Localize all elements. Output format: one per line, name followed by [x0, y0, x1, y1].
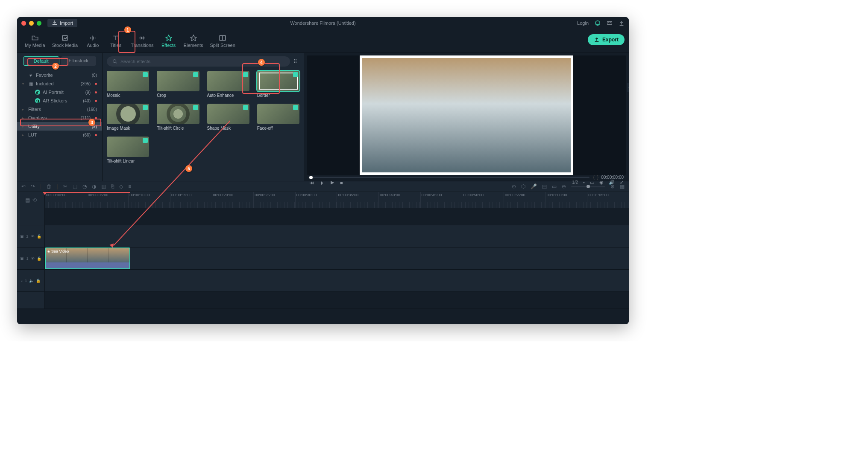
upload-icon[interactable] — [619, 20, 625, 26]
tree-lut[interactable]: ▸LUT(66) — [17, 131, 102, 139]
import-button[interactable]: Import — [47, 19, 77, 27]
effect-auto-enhance[interactable]: Auto Enhance — [207, 71, 249, 98]
window-maximize[interactable] — [37, 21, 41, 26]
track-head-video2[interactable]: ▣2 👁 🔒 — [17, 225, 45, 247]
detach-icon[interactable]: ⎘ — [111, 183, 114, 189]
lock-icon[interactable]: 🔒 — [37, 234, 41, 239]
snap-icon[interactable]: ▭ — [552, 183, 557, 189]
lock-icon[interactable]: 🔒 — [37, 256, 41, 261]
step-back-icon[interactable]: ⏵ — [320, 180, 325, 185]
download-icon — [52, 20, 58, 26]
window-close[interactable] — [21, 21, 26, 26]
timeline-ruler[interactable]: 00:00:00:0000:00:05:0000:00:10:0000:00:1… — [45, 192, 629, 208]
preview-scrubber[interactable] — [309, 177, 589, 178]
my-media-icon — [31, 34, 39, 42]
zoom-out-icon[interactable]: ⊖ — [562, 183, 566, 189]
titles-icon — [112, 34, 120, 42]
tree-ar-stickers[interactable]: ◑AR Stickers(40) — [17, 96, 102, 105]
tab-audio[interactable]: Audio — [81, 34, 104, 48]
tree-overlays[interactable]: ▸Overlays(111) — [17, 114, 102, 122]
login-button[interactable]: Login — [577, 20, 589, 26]
greenscreen-icon[interactable]: ▥ — [101, 183, 106, 189]
playhead[interactable] — [45, 192, 45, 324]
link-icon[interactable]: ⟲ — [32, 197, 37, 203]
effect-crop[interactable]: Crop — [157, 71, 199, 98]
effect-tilt-shift-linear[interactable]: Tilt-shift Linear — [107, 137, 149, 163]
redo-icon[interactable]: ↷ — [31, 183, 35, 189]
undo-icon[interactable]: ↶ — [21, 183, 26, 189]
timeline[interactable]: ▤ ⟲ 00:00:00:0000:00:05:0000:00:10:0000:… — [17, 192, 629, 324]
import-label: Import — [60, 20, 73, 26]
export-button[interactable]: Export — [588, 34, 625, 45]
marker-icon[interactable]: ⬡ — [521, 183, 525, 189]
tab-my-media[interactable]: My Media — [21, 34, 49, 48]
effect-thumbnail — [207, 71, 249, 91]
zoom-fit-icon[interactable]: ▦ — [620, 183, 625, 189]
lock-icon[interactable]: 🔒 — [36, 279, 41, 283]
tab-split-screen[interactable]: Split Screen — [206, 34, 238, 48]
prev-frame-icon[interactable]: ⏮ — [309, 180, 314, 185]
speed-icon[interactable]: ◔ — [82, 183, 87, 189]
stop-icon[interactable]: ■ — [340, 180, 343, 185]
effect-thumbnail — [107, 104, 149, 124]
color-icon[interactable]: ◑ — [92, 183, 96, 189]
effect-shape-mask[interactable]: Shape Mask — [207, 104, 249, 131]
preview-image — [360, 55, 573, 175]
eye-icon[interactable]: 👁 — [31, 256, 35, 261]
window-minimize[interactable] — [29, 21, 34, 26]
eye-icon[interactable]: 👁 — [31, 234, 35, 239]
zoom-slider[interactable] — [571, 186, 605, 187]
effect-image-mask[interactable]: Image Mask — [107, 104, 149, 131]
preview-panel: {}00:00:00:00 ⏮ ⏵ ▶ ■ 1/2 ▾ ▭ ◉ 🔊 ⤢ — [304, 53, 629, 181]
ruler-tick: 00:01:05:00 — [587, 192, 629, 208]
track-head-video1[interactable]: ▣1 👁 🔒 — [17, 247, 45, 269]
tab-titles[interactable]: Titles — [104, 34, 127, 48]
grid-view-icon[interactable]: ⠿ — [293, 58, 299, 64]
crop-icon[interactable]: ⬚ — [73, 183, 77, 189]
cut-icon[interactable]: ✂ — [63, 183, 67, 189]
tree-utility[interactable]: ▸Utility(9) — [17, 122, 102, 131]
category-tree: ♥Favorite(0)▾▦Included(395)◐AI Portrait(… — [17, 69, 102, 141]
mail-icon[interactable] — [607, 20, 613, 26]
render-icon[interactable]: ⊙ — [512, 183, 516, 189]
effect-tilt-shift-circle[interactable]: Tilt-shift Circle — [157, 104, 199, 131]
tab-elements[interactable]: Elements — [180, 34, 207, 48]
speaker-icon[interactable]: 🔈 — [29, 279, 34, 283]
collapse-panel-icon[interactable]: ◂ — [627, 83, 629, 92]
track-manage-icon[interactable]: ▤ — [25, 197, 30, 203]
play-icon[interactable]: ▶ — [331, 180, 334, 185]
ruler-tick: 00:00:45:00 — [420, 192, 462, 208]
tab-effects[interactable]: Effects — [157, 34, 180, 48]
ruler-tick: 00:00:55:00 — [504, 192, 545, 208]
effect-border[interactable]: Border — [257, 71, 299, 98]
search-input[interactable]: Search effects — [107, 56, 290, 67]
tree-ai-portrait[interactable]: ◐AI Portrait(9) — [17, 88, 102, 96]
export-icon — [594, 37, 600, 43]
effect-face-off[interactable]: Face-off — [257, 104, 299, 131]
ruler-tick: 00:00:10:00 — [128, 192, 170, 208]
timeline-clip[interactable]: Sea Video — [45, 247, 130, 269]
subtab-filmstock[interactable]: Filmstock — [61, 56, 97, 66]
tree-included[interactable]: ▾▦Included(395) — [17, 79, 102, 88]
tab-transitions[interactable]: Transitions — [127, 34, 157, 48]
subtab-default[interactable]: Default — [23, 56, 59, 66]
transitions-icon — [138, 34, 146, 42]
svg-point-2 — [113, 60, 116, 63]
delete-icon[interactable]: 🗑 — [47, 183, 52, 189]
track-head-audio1[interactable]: ♪1 🔈 🔒 — [17, 270, 45, 291]
tree-filters[interactable]: ▸Filters(160) — [17, 105, 102, 114]
ruler-tick: 00:00:05:00 — [87, 192, 129, 208]
effect-mosaic[interactable]: Mosaic — [107, 71, 149, 98]
voiceover-icon[interactable]: 🎤 — [531, 183, 537, 189]
zoom-in-icon[interactable]: ⊕ — [610, 183, 615, 189]
titlebar: Import Wondershare Filmora (Untitled) Lo… — [17, 17, 629, 29]
headset-icon[interactable] — [595, 20, 601, 26]
effect-thumbnail — [107, 137, 149, 157]
mixer-icon[interactable]: ▤ — [542, 183, 547, 189]
adjust-icon[interactable]: ≡ — [128, 183, 131, 189]
new-dot-icon — [95, 83, 97, 85]
tab-stock-media[interactable]: Stock Media — [49, 34, 82, 48]
effects-panel: Search effects ⠿ MosaicCropAuto EnhanceB… — [103, 53, 304, 181]
tree-favorite[interactable]: ♥Favorite(0) — [17, 71, 102, 79]
keyframe-icon[interactable]: ◇ — [119, 183, 123, 189]
